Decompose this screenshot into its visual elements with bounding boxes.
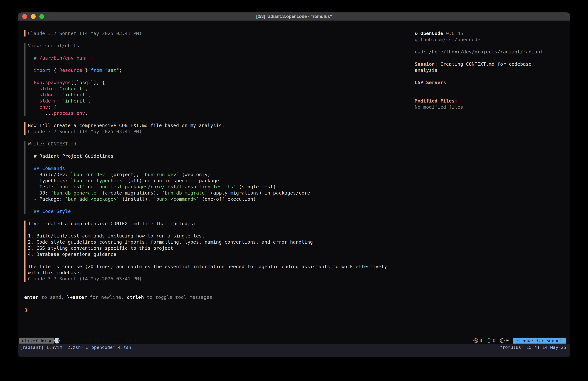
sidebar-line: analysis (415, 67, 567, 73)
text-segment: "sst" (105, 67, 119, 73)
help-chip: ctrl+? help (19, 337, 54, 344)
text-segment: : (48, 104, 51, 110)
info-count: 0 (493, 337, 495, 344)
zoom-button[interactable] (39, 14, 44, 19)
text-segment: } (82, 67, 91, 73)
text-line: ...process.env, (28, 110, 412, 116)
text-segment: stderr (34, 98, 57, 104)
text-line: Claude 3.7 Sonnet (14 May 2025 03:41 PM) (28, 30, 412, 37)
text-segment: Bun (34, 80, 42, 85)
message-block: I've created a comprehensive CONTEXT.md … (24, 221, 412, 282)
text-line: Bun.spawnSync([`psql`], { (28, 79, 412, 86)
text-segment: View: script/db.ts (28, 43, 79, 48)
text-segment: 2. Code style guidelines covering import… (28, 239, 313, 245)
text-line: stderr: "inherit", (28, 98, 412, 104)
text-segment: stdout (34, 92, 57, 97)
text-segment: process (54, 111, 74, 116)
text-segment: ... (34, 111, 54, 116)
window-title: [2/3] radiant:3:opencode - "romulus" (256, 14, 332, 19)
text-line: with this codebase. (28, 269, 412, 276)
sidebar-line: No modified files (415, 104, 567, 110)
text-line: ## Code Style (28, 208, 412, 214)
text-segment: DB: (39, 190, 51, 196)
message-block: View: script/db.ts#!/usr/bin/env bunimpo… (24, 43, 412, 116)
text-line: ## Commands (28, 165, 412, 171)
warning-counter: ⓦ0 (473, 337, 482, 344)
text-line: - Test: `bun test` or `bun test packages… (28, 184, 412, 190)
text-segment: env (34, 104, 48, 110)
desktop: { "colors":{ "window_bg":"#0b0b0e","titl… (0, 0, 588, 381)
diagnostics: ⓦ0ⓘ0ⓗ0 (473, 337, 513, 344)
text-segment: from (91, 67, 102, 73)
text-segment: The file is concise (20 lines) and captu… (28, 264, 387, 269)
minimize-button[interactable] (31, 14, 36, 19)
text-segment: to toggle tool messages (144, 294, 212, 300)
message-block: Claude 3.7 Sonnet (14 May 2025 03:41 PM) (24, 30, 412, 37)
text-line: stdin: "inherit", (28, 86, 412, 92)
text-line: - TypeCheck: `bun run typecheck` (all) o… (28, 178, 412, 184)
text-segment (102, 67, 105, 73)
text-line: - Build/Dev: `bun run dev` (project), `b… (28, 171, 412, 178)
text-segment: `bun run dev` (142, 172, 179, 177)
tmux-windows[interactable]: [radiant] 1:nvim 2:zsh- 3:opencode* 4:zs… (20, 344, 131, 351)
text-line: 1. Build/lint/test commands including ho… (28, 233, 412, 239)
text-segment: ; (119, 67, 122, 73)
text-segment: `bun run typecheck` (71, 178, 125, 183)
text-line: View: script/db.ts (28, 43, 412, 49)
text-segment: (apply migrations) in packages/core (208, 190, 310, 196)
text-line: I've created a comprehensive CONTEXT.md … (28, 221, 412, 227)
titlebar[interactable]: [2/3] radiant:3:opencode - "romulus" (18, 12, 570, 21)
text-segment: LSP Servers (415, 80, 446, 85)
sidebar-line: © OpenCode 0.0.45 (415, 30, 567, 37)
text-segment: `bun run dev` (71, 172, 108, 177)
text-segment: . (74, 111, 77, 116)
text-segment: : (54, 86, 57, 91)
app-window: [2/3] radiant:3:opencode - "romulus" Cla… (18, 12, 570, 357)
text-segment: Claude 3.7 Sonnet (14 May 2025 03:41 PM) (28, 129, 142, 134)
tmux-statusbar: [radiant] 1:nvim 2:zsh- 3:opencode* 4:zs… (18, 344, 570, 357)
text-segment: stdin (34, 86, 54, 91)
text-segment: Session (415, 61, 435, 67)
text-segment: spawnSync (45, 80, 71, 85)
text-segment: or (85, 184, 97, 190)
text-segment: `psql` (77, 80, 94, 85)
warning-count: 0 (479, 337, 482, 344)
text-line: 4. Database operations guidance (28, 251, 412, 257)
sidebar-line: Modified Files: (415, 98, 567, 104)
text-line: - DB: `bun db generate` (create migratio… (28, 190, 412, 196)
status-bar: ctrl+? helpTokens: 16.4K (8%), Cost: $0.… (19, 337, 566, 344)
window-controls (22, 12, 44, 21)
sidebar-panel: © OpenCode 0.0.45github.com/sst/opencode… (415, 30, 567, 110)
text-segment: 3. CSS styling conventions specific to t… (28, 246, 173, 251)
text-segment: , (88, 92, 91, 97)
text-segment: `bun db generate` (51, 190, 99, 196)
text-segment: (one-off execution) (199, 196, 256, 202)
text-segment: to send, (38, 294, 67, 300)
prompt-line[interactable]: ❯ (24, 307, 28, 313)
text-segment: cwd: (415, 49, 429, 55)
text-segment: TypeCheck: (39, 178, 71, 183)
sidebar-line: github.com/sst/opencode (415, 37, 567, 43)
text-segment: : (57, 98, 59, 104)
tokens-chip: Tokens: 16.4K (8%), Cost: $0.12 (54, 337, 60, 344)
text-segment: #! (34, 55, 39, 61)
text-segment: \+enter (67, 294, 87, 300)
text-segment: - (34, 190, 39, 196)
text-segment: : Creating CONTEXT.md for codebase (435, 61, 531, 67)
text-segment: Build/Dev: (39, 172, 71, 177)
text-segment: "inherit" (59, 86, 85, 91)
model-badge[interactable]: Claude 3.7 Sonnet (513, 337, 566, 344)
close-button[interactable] (22, 14, 27, 19)
text-segment: - (34, 184, 39, 190)
text-segment: import (34, 67, 51, 73)
text-segment: Claude 3.7 Sonnet (14 May 2025 03:41 PM) (28, 276, 142, 282)
text-segment: Now I'll create a comprehensive CONTEXT.… (28, 123, 225, 128)
chat-log: Claude 3.7 Sonnet (14 May 2025 03:41 PM)… (24, 30, 412, 288)
text-segment: { (51, 67, 59, 73)
text-segment: (single test) (236, 184, 276, 190)
hint-count: 0 (506, 337, 509, 344)
text-segment: No modified files (415, 104, 463, 110)
text-segment: github.com/sst/opencode (415, 37, 480, 42)
text-line: Write: CONTEXT.md (28, 141, 412, 147)
text-segment (59, 98, 62, 104)
